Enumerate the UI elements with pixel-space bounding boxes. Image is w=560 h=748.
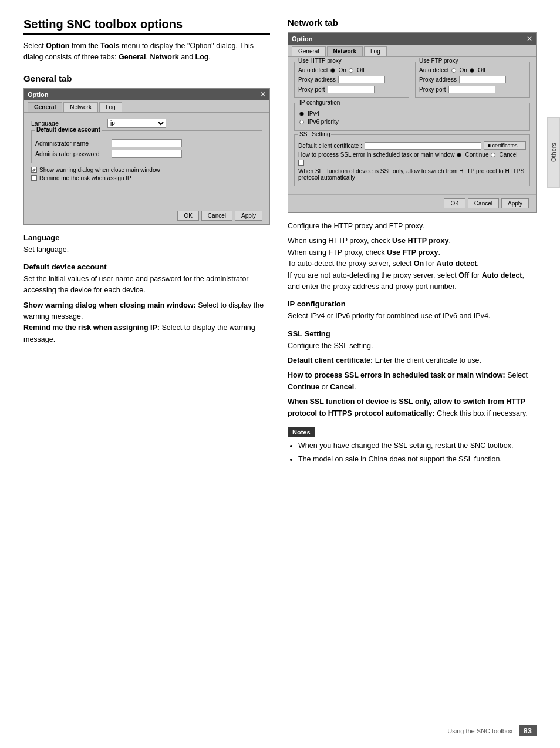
ssl-cert-row: Default client certificate : ■ certifica…: [298, 141, 526, 150]
ssl-cert-label: Default client certificate :: [298, 143, 362, 149]
ftp-off-radio[interactable]: [470, 68, 474, 73]
http-port-input[interactable]: [328, 86, 375, 93]
proxy-columns: Use HTTP proxy Auto detect On Off Proxy …: [294, 62, 530, 98]
ipv4-radio[interactable]: [299, 112, 304, 116]
admin-password-label: Administrator password: [35, 150, 112, 157]
device-account-sub-heading: Default device account: [23, 262, 270, 271]
ssl-cert-input[interactable]: [365, 142, 481, 150]
http-address-label: Proxy address: [298, 76, 336, 83]
device-account-section-title: Default device account: [35, 126, 102, 133]
risk-warning-row: Remind me the risk when assign IP: [31, 175, 262, 181]
ip-config-sub-heading: IP configuration: [288, 299, 537, 308]
tab-log[interactable]: Log: [99, 102, 122, 112]
network-tab-network[interactable]: Network: [327, 46, 363, 56]
network-dialog-body: Use HTTP proxy Auto detect On Off Proxy …: [288, 57, 536, 194]
general-dialog-screenshot: Option ✕ General Network Log Language jp: [23, 88, 270, 225]
language-select[interactable]: jp: [107, 119, 166, 128]
dialog-body-general: Language jp Default device account Admin…: [24, 113, 269, 207]
tab-network[interactable]: Network: [63, 102, 98, 112]
network-body-1: Configure the HTTP proxy and FTP proxy.: [288, 221, 537, 232]
ip-config-section: IP configuration IPv4 IPv6 priority: [294, 103, 530, 131]
footer-text: Using the SNC toolbox: [447, 727, 512, 734]
right-column: Network tab Option ✕ General Network Log: [288, 18, 537, 730]
network-cancel-button[interactable]: Cancel: [468, 198, 499, 208]
ip-config-body: Select IPv4 or IPv6 priority for combine…: [288, 311, 537, 322]
risk-warning-checkbox[interactable]: [31, 175, 37, 181]
ssl-body: Configure the SSL setting.: [288, 341, 537, 352]
sidebar-tab: Others: [547, 117, 560, 188]
network-tab-log[interactable]: Log: [364, 46, 387, 56]
ssl-function-label: When SLL function of device is SSL only,…: [298, 168, 526, 181]
ipv6-radio[interactable]: [299, 120, 304, 124]
http-proxy-section: Use HTTP proxy Auto detect On Off Proxy …: [294, 62, 409, 98]
network-dialog-footer: OK Cancel Apply: [288, 194, 536, 212]
ftp-auto-detect-label: Auto detect: [419, 67, 449, 73]
ssl-sub-heading: SSL Setting: [288, 329, 537, 338]
http-auto-detect-label: Auto detect: [298, 67, 328, 73]
http-on-label: On: [339, 67, 346, 73]
ssl-continue-radio[interactable]: [457, 153, 461, 157]
ftp-on-radio[interactable]: [451, 68, 456, 73]
http-on-radio[interactable]: [330, 68, 335, 73]
ftp-proxy-title: Use FTP proxy: [418, 58, 460, 64]
network-apply-button[interactable]: Apply: [501, 198, 529, 208]
network-dialog-tabs: General Network Log: [288, 45, 536, 57]
page-title: Setting SNC toolbox options: [23, 18, 270, 35]
http-off-radio[interactable]: [349, 68, 353, 73]
ssl-continue-label: Continue: [465, 151, 488, 158]
admin-name-row: Administrator name: [35, 139, 258, 147]
http-port-label: Proxy port: [298, 86, 325, 93]
sidebar-tab-label: Others: [550, 143, 557, 162]
ssl-section-title: SSL Setting: [298, 131, 331, 137]
cancel-button[interactable]: Cancel: [201, 211, 232, 221]
risk-warning-label: Remind me the risk when assign IP: [39, 175, 131, 181]
ipv6-row: IPv6 priority: [299, 119, 525, 125]
left-column: Setting SNC toolbox options Select Optio…: [23, 18, 270, 730]
ipv6-label: IPv6 priority: [308, 119, 339, 125]
http-port-row: Proxy port: [298, 86, 405, 93]
notes-list: When you have changed the SSL setting, r…: [288, 440, 537, 466]
warning-dialog-checkbox[interactable]: ✓: [31, 167, 37, 173]
notes-box: Notes When you have changed the SSL sett…: [288, 427, 537, 466]
close-icon[interactable]: ✕: [260, 90, 266, 99]
tab-general[interactable]: General: [28, 102, 62, 112]
page-intro: Select Option from the Tools menu to dis…: [23, 41, 270, 63]
ftp-off-label: Off: [478, 67, 485, 73]
apply-button[interactable]: Apply: [235, 211, 262, 221]
ssl-process-row: How to process SSL error in scheduled ta…: [298, 151, 526, 158]
page-footer: Using the SNC toolbox 83: [447, 725, 537, 736]
admin-name-input[interactable]: [112, 139, 182, 147]
ftp-port-row: Proxy port: [419, 86, 526, 93]
dialog-title: Option: [28, 91, 48, 98]
ssl-item-2: How to process SSL errors in scheduled t…: [288, 370, 537, 393]
http-proxy-title: Use HTTP proxy: [297, 58, 343, 64]
network-ok-button[interactable]: OK: [444, 198, 465, 208]
ssl-function-row: When SLL function of device is SSL only,…: [298, 160, 526, 181]
network-tab-general[interactable]: General: [292, 46, 326, 56]
dialog-tabs: General Network Log: [24, 100, 269, 113]
ftp-port-input[interactable]: [448, 86, 495, 93]
notes-label: Notes: [288, 427, 315, 437]
admin-password-input[interactable]: [112, 150, 182, 158]
ssl-section: SSL Setting Default client certificate :…: [294, 134, 530, 186]
ftp-address-input[interactable]: [459, 76, 506, 83]
warning-dialog-row: ✓ Show warning dialog when close main wi…: [31, 167, 262, 173]
ftp-address-row: Proxy address: [419, 76, 526, 83]
ok-button[interactable]: OK: [177, 211, 198, 221]
http-address-input[interactable]: [338, 76, 385, 83]
ipv4-label: IPv4: [308, 110, 319, 117]
network-tab-heading: Network tab: [288, 18, 537, 28]
general-tab-heading: General tab: [23, 73, 270, 83]
ssl-function-checkbox[interactable]: [298, 160, 304, 166]
network-body-2: When using HTTP proxy, check Use HTTP pr…: [288, 235, 537, 292]
ssl-cancel-radio[interactable]: [491, 153, 495, 157]
admin-password-row: Administrator password: [35, 150, 258, 158]
dialog-titlebar: Option ✕: [24, 89, 269, 100]
ftp-auto-detect-row: Auto detect On Off: [419, 67, 526, 73]
device-account-body: Set the initial values of user name and …: [23, 274, 270, 296]
ftp-proxy-section: Use FTP proxy Auto detect On Off Proxy a…: [415, 62, 530, 98]
http-auto-detect-row: Auto detect On Off: [298, 67, 405, 73]
network-close-icon[interactable]: ✕: [527, 35, 532, 43]
certificates-button[interactable]: ■ certificates...: [484, 141, 526, 150]
ftp-on-label: On: [460, 67, 467, 73]
